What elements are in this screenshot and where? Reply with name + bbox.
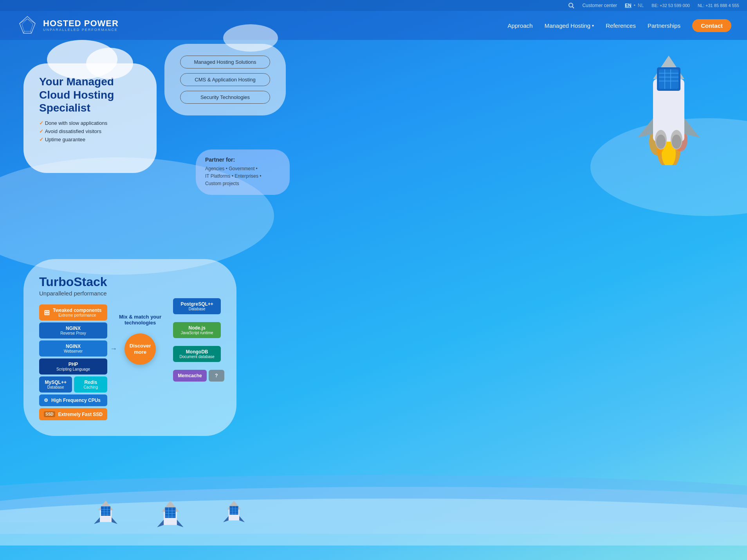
customer-center-link[interactable]: Customer center [582,3,617,8]
mini-rockets [94,499,245,534]
svg-rect-17 [659,69,678,89]
logo[interactable]: HOSTED POWER UNPARALLELED PERFORMANCE [16,16,119,35]
check-1: Done with slow applications [39,120,141,126]
turbostack-section: TurboStack Unparalleled performance ⊞ Tw… [0,243,747,459]
svg-marker-36 [112,517,117,524]
nav-managed-hosting[interactable]: Managed Hosting ▾ [545,22,594,29]
turbostack-title: TurboStack [39,275,107,289]
stack-row-6: ⚙ High Frequency CPUs [39,394,107,406]
phone-be: BE: +32 53 599 000 [651,3,690,8]
lang-nl[interactable]: NL [638,3,644,8]
mix-match-area: Mix & match your technologies Discover m… [119,275,161,365]
stack-grid: ⊞ Tweaked components Extreme performance… [39,304,107,420]
svg-line-1 [572,7,574,8]
nav-links: Approach Managed Hosting ▾ References Pa… [507,19,731,32]
stack-nginx-rp: NGINX Reverse Proxy [39,322,107,339]
svg-marker-35 [94,517,100,524]
cpu-icon: ⚙ [44,398,48,403]
cloud-bump [223,24,278,52]
stack-postgresql: PostgreSQL++ Database [173,298,221,314]
lang-en[interactable]: EN [625,3,632,8]
bottom-waves [0,467,747,546]
nav-references[interactable]: References [606,22,636,29]
stack-unknown: ? [209,370,224,382]
discover-button[interactable]: Discover more [125,333,156,365]
mini-rocket-1 [94,499,117,530]
ssd-icon: SSD [44,411,55,417]
service-cloud: Managed Hosting Solutions CMS & Applicat… [164,44,286,115]
language-switcher: EN • NL [625,3,644,8]
tweaked-sub: Extreme performance [53,313,101,317]
logo-icon [16,16,39,35]
svg-point-25 [656,135,666,149]
svg-marker-45 [157,520,164,527]
top-bar: Customer center EN • NL BE: +32 53 599 0… [0,0,747,11]
turbostack-subtitle: Unparalleled performance [39,290,107,297]
search-area[interactable] [568,2,574,9]
stack-mongodb: MongoDB Document database [173,346,221,362]
stack-row-7: SSD Extremely Fast SSD [39,408,107,420]
check-2: Avoid dissatisfied visitors [39,128,141,134]
hero-title: Your Managed Cloud Hosting Specialist [39,75,141,115]
svg-point-0 [569,3,573,7]
svg-marker-46 [177,520,184,527]
turbostack-left: TurboStack Unparalleled performance ⊞ Tw… [39,275,107,420]
stack-nodejs: Node.js JavaScript runtime [173,322,221,338]
stack-ssd: SSD Extremely Fast SSD [39,408,107,420]
svg-marker-56 [239,516,245,522]
mix-match-label: Mix & match your technologies [119,314,161,326]
stack-tweaked: ⊞ Tweaked components Extreme performance [39,304,107,321]
rocket-illustration [614,48,724,167]
stack-mysql: MySQL++ Database [39,376,72,393]
phone-nl: NL: +31 85 888 4 555 [698,3,739,8]
hero-checklist: Done with slow applications Avoid dissat… [39,120,141,142]
stack-row-memcache: Memcache ? [173,370,221,382]
check-3: Uptime guarantee [39,137,141,142]
turbostack-card: TurboStack Unparalleled performance ⊞ Tw… [23,259,236,436]
partner-text: Agencies • Government • IT Platforms • E… [205,165,280,188]
stack-row-1: ⊞ Tweaked components Extreme performance [39,304,107,321]
tweaked-name: Tweaked components [53,308,101,313]
nav-partnerships[interactable]: Partnerships [648,22,680,29]
mini-rocket-2 [157,499,184,534]
service-btn-cms[interactable]: CMS & Application Hosting [180,73,270,86]
mini-rocket-3 [223,499,245,528]
stack-php: PHP Scripting Language [39,358,107,375]
hero-section: Your Managed Cloud Hosting Specialist Do… [0,40,747,243]
service-btn-hosting[interactable]: Managed Hosting Solutions [180,56,270,68]
partner-title: Partner for: [205,157,280,163]
search-icon[interactable] [568,2,574,9]
stack-row-5: MySQL++ Database Redis Caching [39,376,107,393]
logo-name: HOSTED POWER [43,19,119,28]
chevron-down-icon: ▾ [592,23,594,28]
partner-cloud: Partner for: Agencies • Government • IT … [196,149,290,195]
stack-row-2: NGINX Reverse Proxy [39,322,107,339]
hero-main-cloud: Your Managed Cloud Hosting Specialist Do… [23,63,157,173]
nav-approach[interactable]: Approach [507,22,532,29]
svg-marker-3 [22,19,33,31]
logo-text: HOSTED POWER UNPARALLELED PERFORMANCE [43,19,119,32]
stack-nginx-ws: NGINX Webserver [39,340,107,357]
navbar: HOSTED POWER UNPARALLELED PERFORMANCE Ap… [0,11,747,40]
rocket-svg [614,48,724,165]
tweaked-icon: ⊞ [44,308,50,317]
stack-redis: Redis Caching [74,376,107,393]
stack-row-4: PHP Scripting Language [39,358,107,375]
logo-tagline: UNPARALLELED PERFORMANCE [43,28,119,32]
service-btn-security[interactable]: Security Technologies [180,91,270,104]
stack-row-3: NGINX Webserver → [39,340,107,357]
stack-memcache: Memcache [173,370,206,382]
stack-cpu: ⚙ High Frequency CPUs [39,394,107,406]
svg-point-26 [672,135,681,149]
arrow-icon: → [110,344,117,353]
contact-button[interactable]: Contact [692,19,731,32]
svg-marker-55 [223,516,229,522]
turbostack-right: PostgreSQL++ Database Node.js JavaScript… [173,275,221,382]
